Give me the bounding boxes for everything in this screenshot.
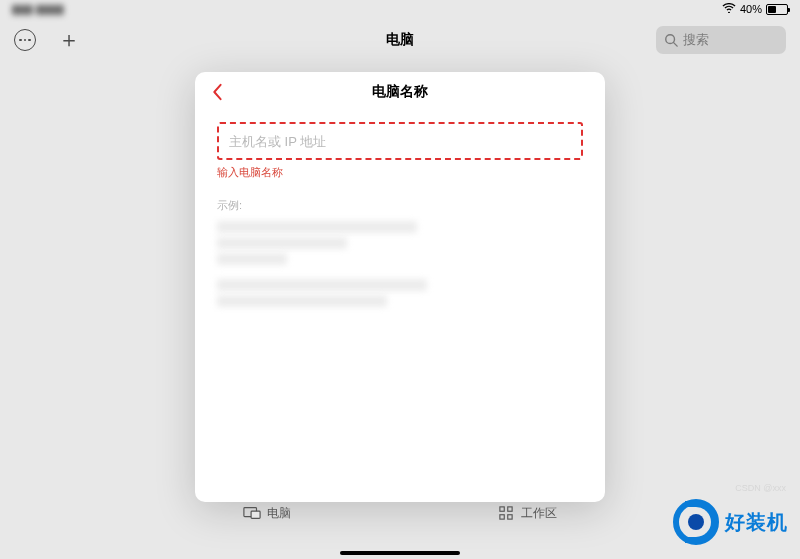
svg-rect-7	[508, 515, 512, 519]
workspace-icon	[497, 506, 515, 520]
watermark-text: 好装机	[725, 509, 788, 536]
hostname-input[interactable]	[219, 124, 581, 158]
search-placeholder: 搜索	[683, 31, 709, 49]
example-label: 示例:	[217, 198, 583, 213]
battery-percent: 40%	[740, 3, 762, 15]
sheet-title: 电脑名称	[372, 83, 428, 101]
wifi-icon	[722, 3, 736, 15]
tab-workspace-label: 工作区	[521, 505, 557, 522]
back-button[interactable]	[207, 82, 227, 102]
search-input[interactable]: 搜索	[656, 26, 786, 54]
search-icon	[664, 33, 678, 47]
chevron-left-icon	[211, 83, 223, 101]
example-block-blurred	[217, 221, 583, 307]
battery-icon	[766, 4, 788, 15]
svg-rect-6	[500, 515, 504, 519]
tab-computer[interactable]: 电脑	[243, 505, 291, 522]
status-right: 40%	[722, 3, 788, 15]
svg-line-1	[674, 43, 678, 47]
svg-rect-5	[508, 507, 512, 511]
watermark-logo: 好装机	[673, 499, 788, 545]
more-button[interactable]	[14, 29, 36, 51]
bottom-tabbar: 电脑 工作区	[195, 499, 605, 527]
status-bar: ▮▮▮ ▮▮▮▮ 40%	[0, 0, 800, 18]
csdn-watermark: CSDN @xxx	[735, 483, 786, 493]
computer-name-sheet: 电脑名称 输入电脑名称 示例:	[195, 72, 605, 502]
tab-workspace[interactable]: 工作区	[497, 505, 557, 522]
monitor-icon	[243, 506, 261, 520]
sheet-header: 电脑名称	[195, 72, 605, 112]
home-indicator[interactable]	[340, 551, 460, 555]
add-button[interactable]: ＋	[58, 29, 80, 51]
main-toolbar: ＋ 电脑 搜索	[0, 22, 800, 58]
watermark-eye-icon	[673, 499, 719, 545]
input-error-text: 输入电脑名称	[217, 165, 583, 180]
hostname-input-highlight	[217, 122, 583, 160]
tab-computer-label: 电脑	[267, 505, 291, 522]
svg-rect-4	[500, 507, 504, 511]
svg-rect-3	[251, 511, 260, 518]
status-time-blurred: ▮▮▮ ▮▮▮▮	[12, 2, 64, 16]
